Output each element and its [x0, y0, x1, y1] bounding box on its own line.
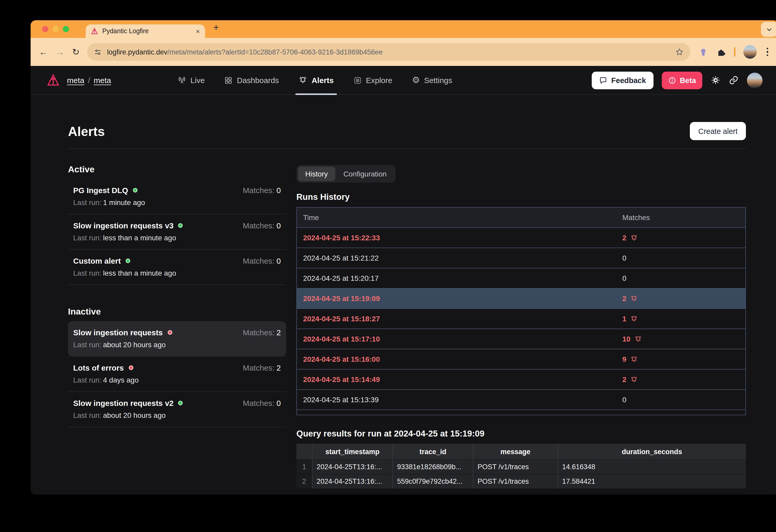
- close-window-button[interactable]: [42, 26, 48, 32]
- alerts-list-panel: Active PG Ingest DLQ Matches:0 Last run:…: [68, 155, 286, 488]
- info-circle-icon: [668, 76, 676, 84]
- logfire-logo-icon[interactable]: [47, 74, 60, 87]
- browser-tab[interactable]: Pydantic Logfire ×: [85, 24, 205, 38]
- query-cell[interactable]: 2024-04-25T13:16:...: [313, 474, 393, 488]
- run-row[interactable]: 2024-04-25 at 15:17:10 10: [297, 329, 745, 349]
- user-avatar[interactable]: [747, 72, 763, 88]
- browser-menu-icon[interactable]: [764, 48, 770, 56]
- browser-toolbar: ← → ↻ logfire.pydantic.dev/meta/meta/ale…: [31, 38, 776, 66]
- status-dot-red: [167, 330, 172, 335]
- matches-count: Matches:2: [243, 328, 281, 337]
- tab-search-button[interactable]: [761, 22, 776, 37]
- runs-history-heading: Runs History: [297, 192, 746, 202]
- bookmark-star-icon[interactable]: [675, 48, 684, 56]
- query-cell[interactable]: 14.616348: [558, 459, 746, 474]
- nav-item-live[interactable]: Live: [178, 66, 205, 95]
- explore-list-icon: [354, 76, 362, 84]
- last-run: Last run:1 minute ago: [73, 198, 281, 207]
- query-row-num: 2: [297, 474, 313, 488]
- run-row[interactable]: 2024-04-25 at 15:16:00 9: [297, 349, 745, 369]
- screen: Pydantic Logfire × + ← → ↻ logfire.pydan…: [0, 0, 776, 532]
- breadcrumb-project-link[interactable]: meta: [94, 76, 111, 84]
- last-run: Last run:less than a minute ago: [73, 233, 281, 242]
- last-run: Last run:about 20 hours ago: [73, 341, 281, 349]
- query-cell[interactable]: POST /v1/traces: [473, 459, 558, 474]
- tab-close-icon[interactable]: ×: [196, 28, 200, 34]
- logfire-logo-icon: [91, 27, 98, 35]
- query-row-num: 1: [297, 459, 313, 474]
- query-cell[interactable]: 93381e18268b09b...: [393, 459, 473, 474]
- query-results-heading: Query results for run at 2024-04-25 at 1…: [297, 429, 746, 438]
- alert-item-pg-ingest-dlq[interactable]: PG Ingest DLQ Matches:0 Last run:1 minut…: [68, 179, 286, 214]
- beta-badge[interactable]: Beta: [661, 71, 702, 89]
- alert-item-custom-alert[interactable]: Custom alert Matches:0 Last run:less tha…: [68, 250, 286, 285]
- main-nav: Live Dashboards Alerts: [178, 66, 452, 95]
- run-row[interactable]: 2024-04-25 at 15:20:17 0: [297, 268, 745, 288]
- alert-item-lots-of-errors[interactable]: Lots of errors Matches:2 Last run:4 days…: [68, 357, 286, 391]
- address-bar[interactable]: logfire.pydantic.dev/meta/meta/alerts?al…: [87, 43, 691, 61]
- back-button[interactable]: ←: [39, 47, 48, 56]
- run-row[interactable]: 2024-04-25 at 15:21:22 0: [297, 247, 745, 268]
- query-col-duration: duration_seconds: [558, 444, 746, 459]
- github-extension-icon[interactable]: [698, 47, 708, 57]
- alert-item-slow-ingestion-v2[interactable]: Slow ingestion requests v2 Matches:0 Las…: [68, 392, 286, 427]
- forward-button[interactable]: →: [55, 47, 64, 56]
- runs-table-header: Time Matches: [297, 208, 745, 227]
- extensions-puzzle-icon[interactable]: [716, 47, 726, 57]
- run-row[interactable]: 2024-04-25 at 15:13:39 0: [297, 389, 745, 409]
- query-cell[interactable]: 2024-04-25T13:16:...: [313, 459, 393, 474]
- nav-item-dashboards[interactable]: Dashboards: [224, 66, 279, 95]
- alert-bell-icon: [630, 355, 638, 363]
- matches-count: Matches:0: [243, 221, 281, 230]
- page-title: Alerts: [68, 123, 105, 139]
- run-row[interactable]: 2024-04-25 at 15:18:27 1: [297, 308, 745, 329]
- matches-count: Matches:0: [243, 256, 281, 265]
- url-text: logfire.pydantic.dev/meta/meta/alerts?al…: [107, 48, 383, 56]
- alert-item-slow-ingestion[interactable]: Slow ingestion requests Matches:2 Last r…: [68, 321, 286, 356]
- matches-count: Matches:0: [243, 186, 281, 195]
- browser-profile-avatar[interactable]: [743, 45, 757, 59]
- traffic-lights: [42, 26, 69, 32]
- last-run: Last run:about 20 hours ago: [73, 411, 281, 419]
- gear-icon: ⚙: [412, 76, 420, 84]
- query-cell[interactable]: 559c0f79e792cb42...: [393, 474, 473, 488]
- speech-bubble-icon: [599, 76, 607, 84]
- theme-toggle-icon[interactable]: [711, 75, 721, 85]
- toolbar-divider: [734, 47, 735, 56]
- bell-icon: [299, 76, 308, 84]
- nav-item-settings[interactable]: ⚙ Settings: [412, 66, 452, 95]
- query-cell[interactable]: POST /v1/traces: [473, 474, 558, 488]
- navbar-right: Feedback Beta: [591, 71, 763, 89]
- alert-item-slow-ingestion-v3[interactable]: Slow ingestion requests v3 Matches:0 Las…: [68, 214, 286, 249]
- nav-item-explore[interactable]: Explore: [354, 66, 392, 95]
- run-row-selected[interactable]: 2024-04-25 at 15:19:09 2: [297, 288, 745, 308]
- list-divider: [68, 427, 286, 427]
- site-settings-icon[interactable]: [94, 48, 102, 56]
- nav-item-alerts[interactable]: Alerts: [299, 66, 334, 95]
- status-dot-green: [133, 188, 138, 193]
- breadcrumb-org-link[interactable]: meta: [67, 76, 84, 84]
- feedback-button[interactable]: Feedback: [591, 71, 653, 89]
- run-row[interactable]: 2024-04-25 at 15:22:33 2: [297, 227, 745, 247]
- app-navbar: meta / meta Live: [31, 66, 776, 95]
- reload-button[interactable]: ↻: [72, 47, 80, 56]
- create-alert-button[interactable]: Create alert: [690, 122, 746, 140]
- alert-bell-icon: [630, 295, 638, 302]
- run-row-partial: [297, 409, 745, 415]
- detail-tabs: History Configuration: [297, 165, 396, 183]
- minimize-window-button[interactable]: [52, 26, 59, 32]
- query-cell[interactable]: 17.584421: [558, 474, 746, 488]
- matches-count: Matches:0: [243, 399, 281, 407]
- last-run: Last run:less than a minute ago: [73, 269, 281, 277]
- share-link-icon[interactable]: [729, 75, 739, 85]
- breadcrumb: meta / meta: [67, 76, 111, 84]
- alert-bell-icon: [630, 375, 638, 383]
- new-tab-button[interactable]: +: [213, 22, 219, 33]
- maximize-window-button[interactable]: [63, 26, 69, 32]
- alert-bell-icon: [634, 335, 642, 343]
- tab-configuration[interactable]: Configuration: [336, 167, 394, 181]
- status-dot-green: [178, 223, 183, 228]
- tab-history[interactable]: History: [298, 167, 335, 181]
- run-row[interactable]: 2024-04-25 at 15:14:49 2: [297, 369, 745, 389]
- query-results-table: start_timestamp trace_id message duratio…: [297, 444, 746, 488]
